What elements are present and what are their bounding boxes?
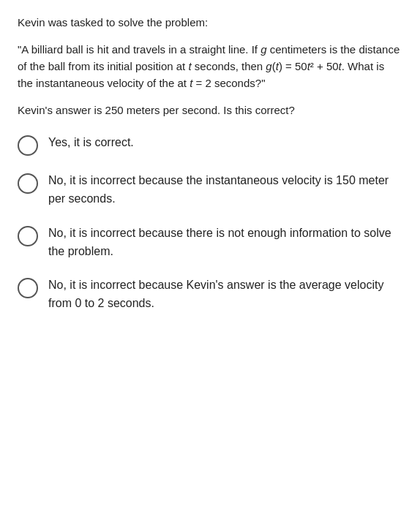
option-label-3: No, it is incorrect because there is not… — [48, 224, 402, 261]
option-item-2[interactable]: No, it is incorrect because the instanta… — [18, 172, 402, 208]
option-item-3[interactable]: No, it is incorrect because there is not… — [18, 224, 402, 261]
option-label-2: No, it is incorrect because the instanta… — [48, 172, 402, 208]
option-label-1: Yes, it is correct. — [48, 134, 134, 152]
radio-circle-3[interactable] — [18, 226, 38, 246]
option-item-1[interactable]: Yes, it is correct. — [18, 134, 402, 156]
problem-text: "A billiard ball is hit and travels in a… — [18, 41, 402, 92]
radio-circle-1[interactable] — [18, 135, 38, 156]
answer-check: Kevin's answer is 250 meters per second.… — [18, 102, 402, 118]
problem-intro: Kevin was tasked to solve the problem: — [18, 15, 402, 31]
options-list: Yes, it is correct. No, it is incorrect … — [18, 134, 402, 313]
radio-circle-2[interactable] — [18, 173, 38, 194]
option-label-4: No, it is incorrect because Kevin's answ… — [48, 276, 402, 313]
option-item-4[interactable]: No, it is incorrect because Kevin's answ… — [18, 276, 402, 313]
radio-circle-4[interactable] — [18, 278, 38, 298]
